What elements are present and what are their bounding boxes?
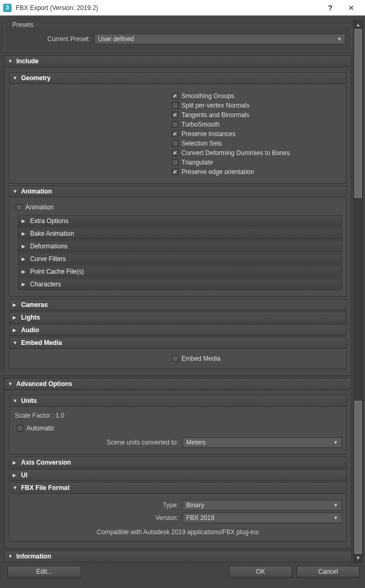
include-title: Include xyxy=(16,57,39,65)
automatic-checkbox[interactable] xyxy=(17,425,23,431)
include-header[interactable]: ▼ Include xyxy=(4,55,351,67)
units-title: Units xyxy=(21,397,37,404)
advanced-options-title: Advanced Options xyxy=(16,380,72,388)
type-label: Type: xyxy=(14,502,182,509)
ui-header[interactable]: ▶ UI xyxy=(9,469,347,481)
scrollbar-down-arrow-icon[interactable]: ▼ xyxy=(354,554,362,562)
preserve-instances-label: Preserve Instances xyxy=(181,130,236,138)
scrollbar-thumb[interactable] xyxy=(354,29,362,198)
chevron-down-icon: ▼ xyxy=(337,36,342,42)
smoothing-groups-label: Smoothing Groups xyxy=(181,92,234,100)
geometry-header[interactable]: ▼ Geometry xyxy=(9,72,347,84)
geometry-title: Geometry xyxy=(21,74,51,82)
preserve-instances-checkbox[interactable] xyxy=(172,131,178,137)
scene-units-dropdown[interactable]: Meters ▼ xyxy=(182,437,342,448)
chevron-right-icon: ▶ xyxy=(22,244,28,249)
chevron-right-icon: ▶ xyxy=(13,473,19,478)
chevron-right-icon: ▶ xyxy=(22,256,28,262)
characters-label: Characters xyxy=(30,281,61,288)
version-value: FBX 2019 xyxy=(186,514,214,522)
scene-units-label: Scene units converted to: xyxy=(14,439,182,446)
chevron-down-icon: ▼ xyxy=(8,381,14,387)
point-cache-header[interactable]: ▶ Point Cache File(s) xyxy=(18,266,342,277)
fbx-file-format-header[interactable]: ▼ FBX File Format xyxy=(9,482,347,494)
selection-sets-label: Selection Sets xyxy=(181,140,222,147)
convert-deforming-label: Convert Deforming Dummies to Bones xyxy=(181,149,290,157)
characters-header[interactable]: ▶ Characters xyxy=(18,278,342,290)
bake-animation-label: Bake Animation xyxy=(30,230,74,237)
type-dropdown[interactable]: Binary ▼ xyxy=(182,500,342,510)
ui-label: UI xyxy=(21,471,27,479)
convert-deforming-checkbox[interactable] xyxy=(172,150,178,156)
smoothing-groups-checkbox[interactable] xyxy=(172,93,178,99)
scale-factor-label: Scale Factor : 1.0 xyxy=(14,411,342,421)
preserve-edge-orientation-label: Preserve edge orientation xyxy=(181,168,254,176)
tangents-binormals-checkbox[interactable] xyxy=(172,112,178,118)
vertical-scrollbar[interactable]: ▲ ▼ xyxy=(353,20,363,563)
chevron-right-icon: ▶ xyxy=(22,282,28,287)
close-button[interactable]: ✕ xyxy=(341,1,362,15)
presets-legend: Presets xyxy=(10,21,36,28)
chevron-down-icon: ▼ xyxy=(333,440,338,445)
scrollbar-thumb[interactable] xyxy=(354,401,362,554)
chevron-down-icon: ▼ xyxy=(13,75,19,81)
audio-header[interactable]: ▶ Audio xyxy=(9,324,347,336)
advanced-options-header[interactable]: ▼ Advanced Options xyxy=(4,378,351,390)
scrollbar-track[interactable] xyxy=(354,29,362,554)
extra-options-header[interactable]: ▶ Extra Options xyxy=(18,215,342,227)
animation-header[interactable]: ▼ Animation xyxy=(9,186,347,197)
scrollbar-up-arrow-icon[interactable]: ▲ xyxy=(354,21,362,29)
embed-media-body: Embed Media xyxy=(9,350,347,369)
compat-text: Compatible with Autodesk 2019 applicatio… xyxy=(14,525,342,537)
automatic-label: Automatic xyxy=(26,425,54,432)
content-area: Presets Current Preset: User defined ▼ ▼… xyxy=(0,16,365,588)
current-preset-value: User defined xyxy=(98,35,134,43)
split-per-vertex-normals-checkbox[interactable] xyxy=(172,102,178,109)
chevron-down-icon: ▼ xyxy=(8,59,14,64)
chevron-down-icon: ▼ xyxy=(333,503,338,508)
deformations-header[interactable]: ▶ Deformations xyxy=(18,240,342,252)
turbosmooth-checkbox[interactable] xyxy=(172,121,178,128)
information-header[interactable]: ▼ Information xyxy=(4,551,351,562)
embed-media-checkbox[interactable] xyxy=(172,355,178,362)
chevron-down-icon: ▼ xyxy=(13,398,19,403)
bake-animation-header[interactable]: ▶ Bake Animation xyxy=(18,228,342,239)
chevron-down-icon: ▼ xyxy=(13,340,19,345)
units-header[interactable]: ▼ Units xyxy=(9,395,347,407)
version-dropdown[interactable]: FBX 2019 ▼ xyxy=(182,513,342,523)
embed-media-title: Embed Media xyxy=(21,339,62,346)
help-button-titlebar[interactable]: ? xyxy=(320,1,341,15)
chevron-right-icon: ▶ xyxy=(22,269,28,274)
units-body: Scale Factor : 1.0 Automatic Scene units… xyxy=(9,408,347,455)
presets-group: Presets Current Preset: User defined ▼ xyxy=(4,21,351,51)
version-label: Version: xyxy=(14,514,182,522)
information-title: Information xyxy=(16,553,51,560)
current-preset-dropdown[interactable]: User defined ▼ xyxy=(94,34,345,44)
preserve-edge-orientation-checkbox[interactable] xyxy=(172,169,178,175)
titlebar: 3 FBX Export (Version: 2019.2) ? ✕ xyxy=(0,0,365,16)
ok-button[interactable]: OK xyxy=(229,566,292,577)
lights-label: Lights xyxy=(21,314,40,321)
split-per-vertex-normals-label: Split per-vertex Normals xyxy=(181,102,249,109)
chevron-right-icon: ▶ xyxy=(22,231,28,236)
turbosmooth-label: TurboSmooth xyxy=(181,121,219,128)
chevron-down-icon: ▼ xyxy=(13,485,19,490)
edit-button[interactable]: Edit... xyxy=(7,566,81,577)
window-title: FBX Export (Version: 2019.2) xyxy=(16,4,320,12)
embed-media-header[interactable]: ▼ Embed Media xyxy=(9,337,347,349)
chevron-right-icon: ▶ xyxy=(22,218,28,224)
selection-sets-checkbox[interactable] xyxy=(172,140,178,147)
cameras-header[interactable]: ▶ Cameras xyxy=(9,299,347,311)
chevron-right-icon: ▶ xyxy=(13,302,19,307)
curve-filters-header[interactable]: ▶ Curve Filters xyxy=(18,253,342,265)
triangulate-checkbox[interactable] xyxy=(172,159,178,166)
chevron-down-icon: ▼ xyxy=(333,515,338,520)
triangulate-label: Triangulate xyxy=(181,159,213,166)
advanced-options-body: ▼ Units Scale Factor : 1.0 Automatic Sce… xyxy=(4,391,351,548)
cancel-button[interactable]: Cancel xyxy=(296,566,360,577)
axis-conversion-header[interactable]: ▶ Axis Conversion xyxy=(9,457,347,468)
lights-header[interactable]: ▶ Lights xyxy=(9,312,347,323)
scene-units-value: Meters xyxy=(186,439,206,446)
animation-checkbox[interactable] xyxy=(16,204,22,210)
chevron-right-icon: ▶ xyxy=(13,315,19,320)
